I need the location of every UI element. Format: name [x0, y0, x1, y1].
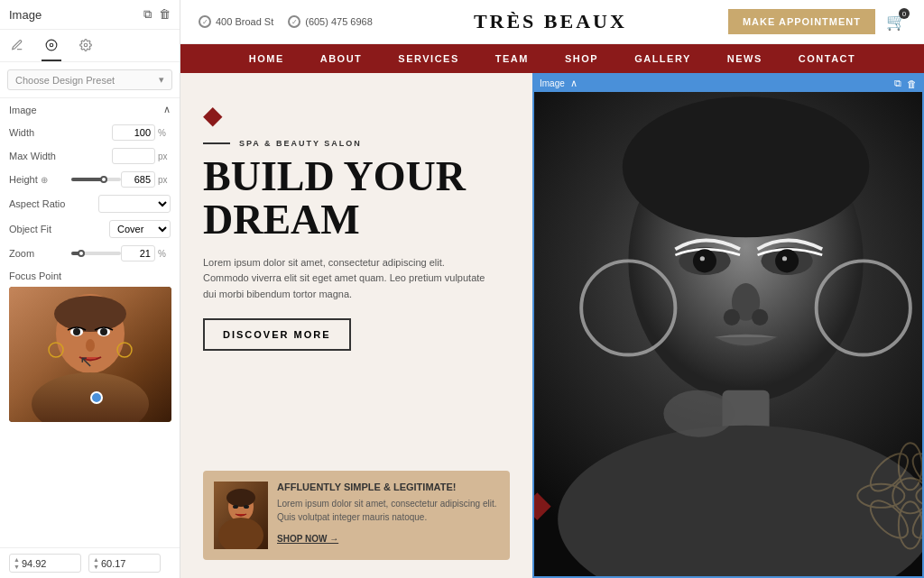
site-logo: TRÈS BEAUX — [373, 10, 728, 33]
site-topbar-right: MAKE APPOINTMENT 🛒 0 — [728, 9, 906, 34]
svg-point-2 — [84, 43, 88, 47]
svg-point-1 — [50, 43, 53, 47]
zoom-slider[interactable] — [71, 252, 121, 255]
x-coord-value: 94.92 — [22, 558, 77, 569]
object-fit-select[interactable]: Cover Contain Fill — [109, 220, 171, 238]
focus-face-svg — [9, 287, 171, 422]
nav-item-team[interactable]: TEAM — [495, 53, 529, 64]
svg-point-0 — [46, 40, 57, 50]
phone-check-icon: ✓ — [288, 15, 300, 28]
nav-item-shop[interactable]: SHOP — [565, 53, 598, 64]
width-input[interactable] — [112, 124, 155, 141]
height-unit: px — [158, 175, 171, 185]
site-contact-info: ✓ 400 Broad St ✓ (605) 475 6968 — [199, 15, 373, 28]
svg-point-24 — [693, 249, 716, 272]
zoom-input[interactable] — [121, 245, 155, 261]
cart-icon[interactable]: 🛒 0 — [886, 12, 906, 32]
focus-point-image[interactable] — [9, 287, 171, 422]
promo-description: Lorem ipsum dolor sit amet, consectetur … — [277, 497, 499, 524]
site-hero: ◆ SPA & BEAUTY SALON BUILD YOUR DREAM Lo… — [180, 73, 924, 578]
cart-badge: 0 — [899, 8, 910, 19]
image-section-title: Image — [9, 105, 37, 115]
object-fit-row: Object Fit Cover Contain Fill — [0, 216, 180, 242]
hero-image-area[interactable]: ◆ Image ∧ ⧉ 🗑 — [532, 73, 924, 578]
hero-title: BUILD YOUR DREAM — [203, 155, 510, 243]
max-width-input[interactable] — [112, 148, 155, 164]
check-icon: ✓ — [199, 15, 211, 28]
red-diamond-decoration: ◆ — [532, 482, 551, 524]
phone-text: (605) 475 6968 — [305, 16, 373, 27]
focus-dot[interactable] — [90, 391, 103, 404]
nav-item-services[interactable]: SERVICES — [398, 53, 458, 64]
appointment-button[interactable]: MAKE APPOINTMENT — [728, 9, 875, 34]
svg-point-16 — [226, 489, 255, 507]
promo-title: AFFLUENTLY SIMPLE & LEGITIMATE! — [277, 482, 499, 492]
delete-icon[interactable]: 🗑 — [159, 7, 171, 22]
y-coord-value: 60.17 — [101, 558, 156, 569]
tab-style[interactable] — [7, 33, 27, 61]
aspect-ratio-label: Aspect Ratio — [9, 198, 98, 209]
tag-line — [203, 142, 230, 144]
aspect-ratio-row: Aspect Ratio 1:1 4:3 16:9 — [0, 191, 180, 216]
x-coordinate-field[interactable]: ▲ ▼ 94.92 — [9, 554, 81, 573]
panel-header-icons: ⧉ 🗑 — [143, 7, 171, 22]
hero-description: Lorem ipsum dolor sit amet, consectetur … — [203, 255, 492, 303]
panel-header: Image ⧉ 🗑 — [0, 0, 180, 30]
nav-item-contact[interactable]: CONTACT — [799, 53, 855, 64]
duplicate-icon[interactable]: ⧉ — [143, 7, 152, 22]
height-input[interactable] — [121, 171, 155, 188]
zoom-slider-container[interactable] — [71, 252, 121, 255]
promo-link[interactable]: SHOP NOW → — [277, 534, 338, 544]
max-width-row: Max Width px — [0, 144, 180, 168]
svg-point-36 — [663, 390, 734, 437]
width-row: Width % — [0, 121, 180, 144]
site-topbar: ✓ 400 Broad St ✓ (605) 475 6968 TRÈS BEA… — [180, 0, 924, 44]
focus-point-section: Focus Point — [0, 265, 180, 427]
svg-point-22 — [623, 96, 869, 237]
site-address: ✓ 400 Broad St — [199, 15, 273, 28]
site-phone: ✓ (605) 475 6968 — [288, 15, 373, 28]
svg-point-5 — [54, 296, 126, 332]
hero-image: ◆ — [532, 73, 924, 578]
promo-card: AFFLUENTLY SIMPLE & LEGITIMATE! Lorem ip… — [203, 471, 510, 560]
tab-content[interactable] — [42, 33, 61, 61]
height-slider[interactable] — [71, 178, 121, 181]
discover-button[interactable]: DISCOVER MORE — [203, 318, 351, 351]
site-navigation: HOME ABOUT SERVICES TEAM SHOP GALLERY NE… — [180, 44, 924, 73]
svg-point-27 — [775, 249, 799, 272]
svg-point-10 — [86, 339, 95, 352]
nav-item-news[interactable]: NEWS — [727, 53, 762, 64]
width-label: Width — [9, 127, 112, 138]
panel-title: Image — [9, 8, 42, 22]
nav-item-about[interactable]: ABOUT — [320, 53, 363, 64]
design-preset-label: Choose Design Preset — [15, 75, 115, 86]
zoom-row: Zoom % — [0, 242, 180, 265]
design-preset-dropdown[interactable]: Choose Design Preset ▾ — [7, 69, 172, 90]
svg-point-17 — [233, 505, 238, 509]
svg-point-30 — [724, 309, 740, 326]
svg-point-28 — [782, 256, 787, 261]
spa-tag-text: SPA & BEAUTY SALON — [239, 139, 362, 148]
aspect-ratio-select[interactable]: 1:1 4:3 16:9 — [98, 195, 171, 213]
promo-face-svg — [214, 482, 268, 549]
chevron-down-icon: ▾ — [159, 74, 164, 86]
diamond-decoration: ◆ — [203, 100, 510, 130]
tab-bar — [0, 30, 180, 62]
svg-point-31 — [752, 309, 768, 326]
image-section-header[interactable]: Image ∧ — [0, 97, 180, 121]
height-slider-container[interactable] — [71, 178, 121, 181]
tab-settings[interactable] — [76, 33, 96, 61]
chevron-up-icon: ∧ — [163, 104, 171, 115]
object-fit-label: Object Fit — [9, 224, 109, 234]
nav-item-home[interactable]: HOME — [249, 53, 284, 64]
svg-point-9 — [100, 328, 107, 335]
max-width-unit: px — [158, 151, 171, 161]
svg-point-25 — [700, 256, 705, 261]
address-text: 400 Broad St — [216, 16, 273, 27]
nav-item-gallery[interactable]: GALLERY — [634, 53, 691, 64]
height-info-icon[interactable]: ⊕ — [41, 175, 48, 185]
zoom-label: Zoom — [9, 248, 71, 259]
website-preview-area: ✓ 400 Broad St ✓ (605) 475 6968 TRÈS BEA… — [180, 0, 924, 578]
y-coordinate-field[interactable]: ▲ ▼ 60.17 — [88, 554, 161, 573]
hero-portrait-svg — [532, 73, 924, 578]
